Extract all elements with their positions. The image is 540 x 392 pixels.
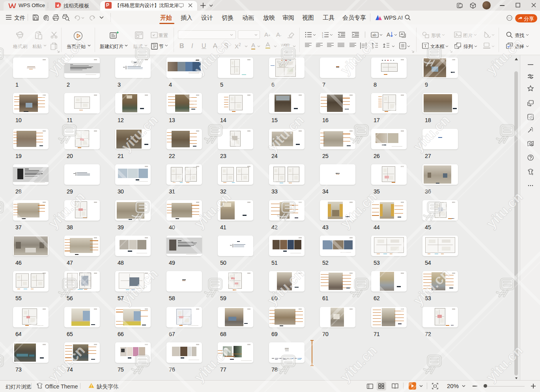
svg-text:ab: ab [372,33,376,37]
svg-text:3: 3 [322,36,323,38]
svg-text:A: A [387,32,391,38]
